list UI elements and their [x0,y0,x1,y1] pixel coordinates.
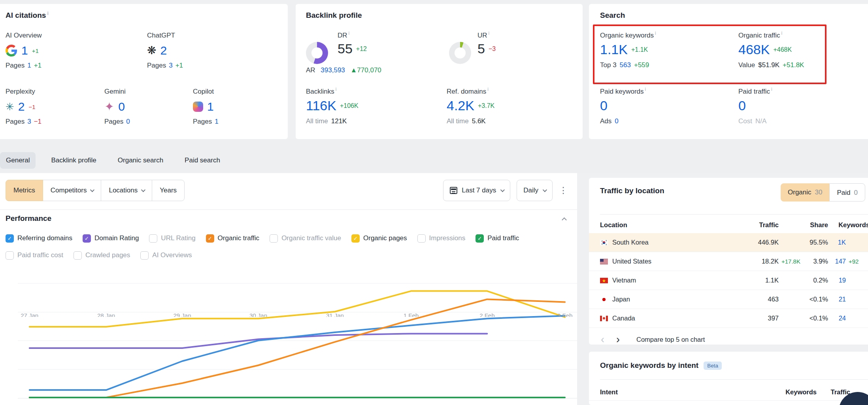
location-name: Vietnam [612,277,636,284]
keywords-value-link[interactable]: 147 [828,258,846,265]
info-icon[interactable]: i [487,87,489,92]
ai-citation-value[interactable]: 0 [118,100,125,113]
location-row-south-korea[interactable]: South Korea446.9K95.5%1K [589,233,868,252]
info-icon[interactable]: i [336,87,337,92]
ai-citation-value[interactable]: 2 [160,44,167,57]
paid-traffic-value-link[interactable]: 0 [738,98,746,113]
traffic-by-location-card: Traffic by location Organic30Paid0 Locat… [589,178,868,345]
ai-citation-value[interactable]: 2 [18,100,25,113]
paid-traffic-label: Paid traffici [738,88,772,96]
info-icon[interactable]: i [655,30,656,36]
location-row-united-states[interactable]: United States18.2K+17.8K3.9%147+92 [589,252,868,271]
metric-checkbox-organic-traffic[interactable]: ✓Organic traffic [206,234,260,243]
keywords-value-link[interactable]: 1K [828,239,846,246]
segment-competitors[interactable]: Competitors [43,180,102,201]
ar-value-link[interactable]: 393,593 [321,66,345,74]
prev-page-icon[interactable]: ‹ [601,334,604,345]
info-icon[interactable]: i [781,30,783,36]
segment-locations[interactable]: Locations [101,180,152,201]
series-line-organic-pages [30,291,565,327]
tab-general[interactable]: General [0,152,36,169]
metric-checkbox-label: URL Rating [161,234,195,242]
tab-paid-search[interactable]: Paid search [179,152,226,169]
metric-checkbox-domain-rating[interactable]: ✓Domain Rating [83,234,139,243]
metric-checkbox-ai-overviews[interactable]: AI Overviews [140,251,192,260]
compare-top5-label[interactable]: Compare top 5 on chart [636,336,705,343]
performance-title: Performance [6,214,51,223]
more-options-icon[interactable]: ⋮ [559,186,568,195]
location-row-canada[interactable]: Canada397<0.1%24 [589,309,868,328]
keywords-value-link[interactable]: 24 [828,315,846,322]
organic-traffic-delta: +468K [773,46,792,53]
ref-domains-value-link[interactable]: 4.2K [447,98,474,113]
location-row-vietnam[interactable]: Vietnam1.1K0.2%19 [589,271,868,290]
metric-checkbox-organic-pages[interactable]: ✓Organic pages [351,234,407,243]
pages-value-link[interactable]: 3 [169,62,172,69]
segment-years[interactable]: Years [152,180,185,201]
metric-checkbox-row-2: Paid traffic costCrawled pagesAI Overvie… [6,249,192,261]
metric-checkbox-crawled-pages[interactable]: Crawled pages [74,251,130,260]
segment-label: Competitors [51,180,87,201]
col-keywords: Keywords [828,221,868,229]
search-title: Search [600,11,625,20]
location-row-japan[interactable]: Japan463<0.1%21 [589,290,868,309]
top3-value-link[interactable]: 563 [620,61,631,69]
info-icon[interactable]: i [349,30,350,36]
toggle-organic[interactable]: Organic30 [781,183,829,202]
info-icon[interactable]: i [645,87,646,92]
date-range-button[interactable]: Last 7 days [443,180,510,201]
collapse-chevron-icon[interactable] [562,217,567,222]
keywords-value-link[interactable]: 21 [828,296,846,303]
organic-paid-toggle: Organic30Paid0 [781,183,865,202]
x-tick-label: 27 Jan [21,312,38,317]
keywords-value-link[interactable]: 19 [828,277,846,284]
info-icon[interactable]: i [771,87,772,92]
organic-traffic-stat: Organic traffici 468K+468K Value$51.9K+5… [738,32,804,69]
pages-value-link[interactable]: 3 [27,118,31,125]
gemini-icon: ✦ [104,101,114,113]
tab-organic-search[interactable]: Organic search [112,152,169,169]
location-name-cell: Vietnam [600,277,727,284]
ai-citation-value[interactable]: 1 [21,44,28,57]
ur-value: 5 [477,41,485,57]
metric-checkbox-label: Organic traffic [218,234,260,242]
google-icon [6,45,17,57]
checkbox-icon [149,234,157,243]
ai-citation-value[interactable]: 1 [207,100,214,113]
pages-delta: +1 [34,62,42,69]
info-icon[interactable]: i [47,11,48,16]
organic-keywords-value-link[interactable]: 1.1K [600,42,628,57]
organic-traffic-label: Organic traffici [738,32,804,40]
pages-label: Pages [6,118,25,125]
filter-segmented-control: MetricsCompetitorsLocationsYears [6,180,185,201]
segment-metrics[interactable]: Metrics [6,180,43,201]
paid-keywords-value-link[interactable]: 0 [600,98,608,113]
ar-label: AR [306,66,315,74]
col-share: Share [800,221,828,229]
report-tabs: GeneralBacklink profileOrganic searchPai… [0,152,868,169]
copilot-icon [193,102,203,112]
metric-checkbox-url-rating[interactable]: URL Rating [149,234,195,243]
traffic-value: 18.2K [727,258,779,265]
ai-citation-pages: Pages0 [104,118,199,126]
toggle-paid[interactable]: Paid0 [829,183,865,202]
pages-value-link[interactable]: 1 [215,118,218,125]
next-page-icon[interactable]: › [616,334,620,345]
metric-checkbox-paid-traffic[interactable]: ✓Paid traffic [476,234,519,243]
pages-value-link[interactable]: 0 [126,118,130,125]
backlinks-value-link[interactable]: 116K [306,98,336,113]
metric-checkbox-paid-traffic-cost[interactable]: Paid traffic cost [6,251,63,260]
checkbox-icon: ✓ [476,234,484,243]
metric-checkbox-organic-traffic-value[interactable]: Organic traffic value [270,234,341,243]
metric-checkbox-referring-domains[interactable]: ✓Referring domains [6,234,72,243]
granularity-button[interactable]: Daily [517,180,553,201]
metric-checkbox-impressions[interactable]: Impressions [417,234,466,243]
pages-value-link[interactable]: 1 [27,62,31,69]
col-traffic: Traffic [727,221,779,229]
organic-traffic-value-link[interactable]: 468K [738,42,770,57]
pages-label: Pages [147,62,166,69]
tab-backlink-profile[interactable]: Backlink profile [45,152,102,169]
info-icon[interactable]: i [489,30,490,36]
checkbox-icon: ✓ [6,234,14,243]
ur-delta: −3 [489,45,496,53]
